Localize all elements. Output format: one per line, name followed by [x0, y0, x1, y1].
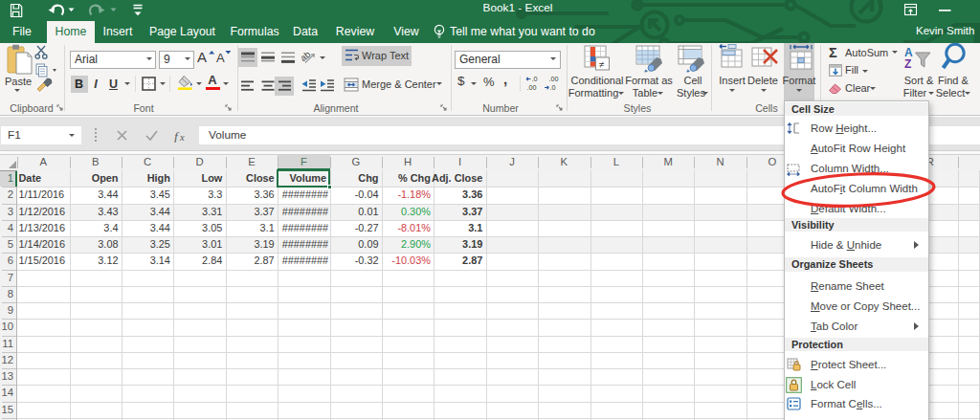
svg-text:A: A [197, 49, 207, 65]
svg-text:≠: ≠ [599, 59, 605, 70]
svg-text:.0: .0 [532, 75, 538, 83]
svg-text:A: A [216, 51, 225, 65]
svg-text:.00: .00 [527, 83, 537, 92]
svg-text:Z: Z [904, 57, 911, 68]
svg-text:x: x [179, 132, 185, 143]
